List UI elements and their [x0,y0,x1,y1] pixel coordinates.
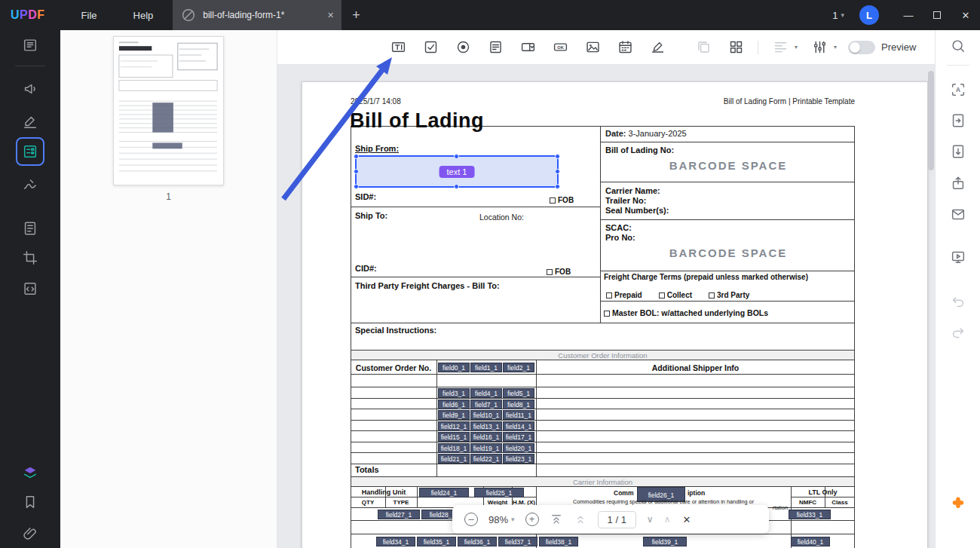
document-tab[interactable]: bill-of-lading-form-1* ✕ [173,0,341,30]
master-bol-checkbox[interactable]: Master BOL: w/attached underlying BOLs [604,305,768,319]
prepaid-checkbox[interactable]: Prepaid [606,287,642,301]
checkbox-icon[interactable] [604,311,610,317]
mail-icon[interactable] [950,206,966,222]
resize-handle[interactable] [454,184,459,189]
tab-count-dropdown[interactable]: 1▾ [832,10,844,21]
scroll-top-icon[interactable] [550,513,563,526]
minimize-button[interactable]: — [894,0,923,30]
form-field[interactable]: field27_1 [378,510,420,519]
chevron-down-icon[interactable]: ▾ [795,44,798,51]
menu-help[interactable]: Help [133,10,154,21]
next-page-icon[interactable]: ∨ [647,514,654,525]
form-field[interactable]: field24_1 [419,488,469,497]
form-field[interactable]: field18_1 [438,443,470,453]
form-field[interactable]: field1_1 [470,363,502,372]
page-fit-icon[interactable] [574,513,587,526]
form-field[interactable]: field5_1 [503,388,534,398]
form-field[interactable]: field7_1 [470,400,502,409]
page-number-box[interactable]: 1 / 1 [598,511,636,528]
text-field-tool[interactable] [387,37,409,58]
checkbox-icon[interactable] [550,197,556,204]
resize-handle[interactable] [454,154,459,159]
form-field[interactable]: field39_1 [643,537,687,546]
compress-icon[interactable] [950,143,966,160]
chevron-down-icon[interactable]: ▾ [834,44,837,51]
form-field[interactable]: field35_1 [417,537,456,546]
form-field[interactable]: field19_1 [470,443,502,453]
zoom-level-dropdown[interactable]: 98%▾ [488,514,515,525]
fob-checkbox-2[interactable]: FOB [547,264,571,277]
ai-assistant-icon[interactable] [950,495,966,512]
checkbox-icon[interactable] [709,292,715,298]
form-field[interactable]: field12_1 [438,421,470,431]
checkbox-icon[interactable] [659,292,665,298]
form-field[interactable]: field14_1 [503,421,534,431]
organize-icon[interactable] [950,112,966,129]
close-zoombar-icon[interactable]: ✕ [682,514,691,525]
avatar[interactable]: L [859,5,879,25]
layers-icon[interactable] [22,464,38,481]
new-tab-button[interactable]: + [352,8,360,23]
form-field[interactable]: field16_1 [470,432,502,442]
form-field[interactable]: field36_1 [458,537,497,546]
tab-close-icon[interactable]: ✕ [327,11,334,20]
form-field[interactable]: field40_1 [791,537,830,546]
close-button[interactable]: ✕ [951,0,980,30]
resize-handle[interactable] [354,184,359,189]
page-thumbnail[interactable] [113,36,224,185]
radio-field-tool[interactable] [452,37,473,58]
crop-icon[interactable] [22,250,38,266]
sign-icon[interactable] [22,176,38,192]
convert-icon[interactable] [22,280,38,297]
form-field[interactable]: field33_1 [789,510,831,519]
form-field[interactable]: field20_1 [503,443,534,453]
align-tool[interactable] [770,37,791,58]
form-field[interactable]: field38_1 [539,537,578,546]
combo-box-tool[interactable] [517,37,538,58]
resize-handle[interactable] [555,154,560,159]
resize-handle[interactable] [354,169,359,174]
menu-file[interactable]: File [81,10,97,21]
maximize-button[interactable] [923,0,951,30]
form-field[interactable]: field9_1 [438,410,470,420]
form-tool-active[interactable] [16,137,44,166]
form-field[interactable]: field0_1 [438,363,470,372]
edit-icon[interactable] [22,114,38,130]
image-field-tool[interactable] [582,37,603,58]
form-field[interactable]: field21_1 [438,454,470,464]
zoom-in-button[interactable]: + [525,513,539,526]
fob-checkbox-1[interactable]: FOB [550,192,574,206]
form-field[interactable]: field34_1 [376,537,415,546]
comment-icon[interactable] [22,81,38,97]
ocr-icon[interactable]: A [950,81,966,98]
duplicate-tool[interactable] [693,37,714,58]
signature-field-tool[interactable] [647,37,668,58]
date-field-tool[interactable] [614,37,635,58]
reader-icon[interactable] [22,37,38,54]
resize-handle[interactable] [555,184,560,189]
push-button-tool[interactable]: OK [550,37,571,58]
form-field[interactable]: field37_1 [498,537,537,546]
form-field[interactable]: field6_1 [438,400,470,409]
pages-icon[interactable] [22,220,38,237]
slideshow-icon[interactable] [950,249,966,265]
form-field[interactable]: field10_1 [470,410,502,420]
attachment-icon[interactable] [22,525,38,542]
form-field[interactable]: field13_1 [470,421,502,431]
prev-page-icon[interactable]: ∧ [664,514,671,525]
arrange-fields-tool[interactable] [725,37,746,58]
scrollbar-thumb[interactable] [928,71,934,170]
more-tools[interactable] [809,37,830,58]
form-field[interactable]: field3_1 [438,388,470,398]
form-field[interactable]: field17_1 [503,432,534,442]
form-field[interactable]: field2_1 [503,363,534,372]
form-field[interactable]: field4_1 [470,388,502,398]
redo-icon[interactable] [950,324,966,341]
vertical-scrollbar[interactable] [928,68,934,545]
checkbox-icon[interactable] [547,269,553,275]
share-icon[interactable] [950,175,966,191]
list-box-tool[interactable] [485,37,506,58]
collect-checkbox[interactable]: Collect [659,287,692,301]
form-field[interactable]: field11_1 [503,410,534,420]
search-icon[interactable] [950,38,966,54]
